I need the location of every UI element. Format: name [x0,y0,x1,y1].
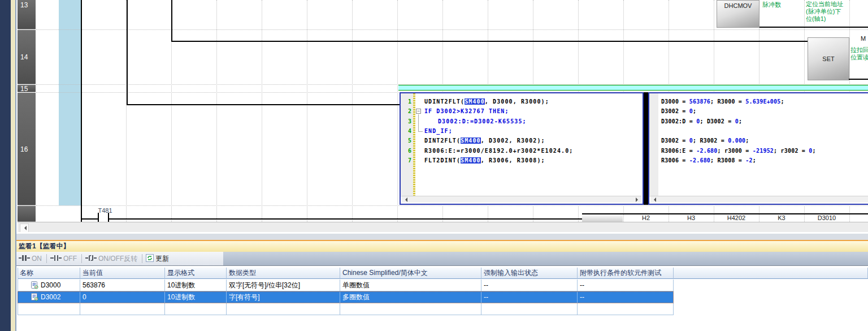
st-code-line[interactable]: FLT2DINT(SM400, R3006, R3008); [424,157,545,164]
scroll-right-icon[interactable] [636,197,640,202]
column-header-2[interactable]: 显示格式 [165,268,227,279]
st-code-segment: IF D3002>K32767 THEN; [424,108,509,114]
st-code-line[interactable]: DINT2FLT(SM400, D3002, R3002); [424,137,545,144]
cell-value[interactable]: 0 [80,291,165,303]
st-code-line[interactable]: IF D3002>K32767 THEN; [424,108,509,114]
st-code-segment: , D3002, R3002); [481,137,545,144]
monitor-device: ; [753,157,756,164]
rung-number-label: 16 [20,145,28,153]
st-result-line: D3002:D = 0; D3002 = 0; [661,118,742,124]
t481-rung-left [82,218,98,220]
cell-name[interactable]: D3000 [18,280,80,291]
grid-vline [307,0,308,222]
st-code-line[interactable]: R3006:E:=r3000/E8192.0+r3002*E1024.0; [424,148,573,154]
cell-force[interactable] [481,303,578,315]
column-header-4[interactable]: Chinese Simplified/简体中文 [340,268,481,279]
st-code-line[interactable]: UDINT2FLT(SM400, D3000, R3000); [424,98,549,105]
cell-comment[interactable]: 多圈数值 [340,291,481,303]
toolbar-button-on-off-[interactable]: ON/OFF反转 [85,254,137,264]
collapse-minus-box[interactable]: − [416,109,421,114]
st-line-number: 7 [401,157,411,164]
bottom-operand-label[interactable]: M [849,214,868,221]
st-result-line: D3000 = 563876; R3000 = 5.639E+005; [661,98,784,105]
cell-comment[interactable] [340,303,481,315]
window-left-frame [0,0,11,331]
watch-row-d3002[interactable]: D3002010进制数字[有符号]多圈数值---- [18,291,674,303]
contact-off-icon [50,255,62,263]
cell-type[interactable]: 双字[无符号]/位串[32位] [227,280,340,291]
toolbar-button-label: 更新 [155,254,169,264]
st-code-segment: , D3000, R3000); [485,98,549,105]
cell-comment[interactable]: 单圈数值 [340,280,481,291]
st-box-header-bar[interactable] [398,85,868,91]
column-header-3[interactable]: 数据类型 [227,268,340,279]
grid-hline [36,205,868,207]
t481-contact-right-leg[interactable] [108,213,109,222]
set-operand-label[interactable]: M [861,35,866,42]
dhcmov-instruction-block[interactable]: DHCMOV [717,0,760,28]
st-line-number: 5 [401,137,411,144]
toolbar-button--[interactable]: 更新 [146,254,169,264]
ladder-editor[interactable]: 13141516 DHCMOV 脉冲数 定位当前地址(脉冲单位)下位(轴1) S… [16,0,868,238]
st-code-line[interactable]: D3002:D:=D3002-K65535; [424,118,527,124]
cell-test[interactable]: -- [578,280,674,291]
rung-number-blank[interactable] [18,206,36,222]
rung-number-15[interactable]: 15 [18,85,36,92]
bottom-operand-label[interactable]: H3 [669,214,714,221]
cell-force[interactable]: -- [481,291,578,303]
rung-number-16[interactable]: 16 [18,93,36,205]
cell-format[interactable]: 10进制数 [165,291,227,303]
watch-panel-titlebar[interactable]: 监看1【监看中】 [16,241,868,252]
st-code-line[interactable]: END_IF; [424,128,453,134]
watch-row-empty[interactable] [18,303,674,315]
cell-type[interactable]: 字[有符号] [227,291,340,303]
st-code-editor[interactable]: 1234567 UDINT2FLT(SM400, D3000, R3000);I… [400,92,644,205]
bottom-operand-label[interactable]: H2 [623,214,669,221]
cell-format[interactable]: 10进制数 [165,280,227,291]
scroll-left-button[interactable] [20,223,29,233]
st-code-segment: FLT2DINT( [424,157,461,164]
monitor-device: ; r3000 = [718,148,753,154]
monitor-device: ; [739,118,742,124]
toolbar-button-on[interactable]: ON [19,255,42,263]
cell-value[interactable] [80,303,165,315]
column-header-6[interactable]: 附带执行条件的软元件测试 [578,268,674,279]
cell-format[interactable] [165,303,227,315]
bottom-operand-label[interactable]: H4202 [714,214,759,221]
monitor-device: ; D3002 = [700,118,735,124]
bottom-operand-label[interactable]: K3 [759,214,804,221]
ladder-hscrollbar[interactable] [18,222,868,232]
set-instruction-block[interactable]: SET [808,37,849,80]
st-editor-hscrollbar[interactable] [402,196,641,203]
rung-number-14[interactable]: 14 [18,30,36,84]
bottom-instruction-block[interactable] [582,214,623,222]
st-pane-splitter[interactable] [644,92,648,205]
cell-type[interactable] [227,303,340,315]
watch-row-d3000[interactable]: D300056387610进制数双字[无符号]/位串[32位]单圈数值---- [18,280,674,291]
monitor-value: 563876 [689,98,710,105]
bottom-operand-label[interactable]: D3010 [804,214,849,221]
t481-contact-left-leg[interactable] [98,213,99,222]
refresh-icon [146,254,154,264]
dhcmov-operand2-comment: 定位当前地址(脉冲单位)下位(轴1) [806,1,868,23]
branch-wire-vertical-2 [171,0,172,42]
cell-name[interactable] [18,303,80,315]
st-results-hscrollbar[interactable] [650,196,868,203]
st-code-segment: UDINT2FLT( [424,98,465,105]
results-left-margin [649,93,658,197]
cell-force[interactable]: -- [481,280,578,291]
cell-value[interactable]: 563876 [80,280,165,291]
scroll-left-icon[interactable] [403,197,407,202]
rung-number-13[interactable]: 13 [18,0,36,29]
st-monitor-results-pane[interactable]: D3000 = 563876; R3000 = 5.639E+005;D3002… [648,92,868,205]
st-result-line: D3002 = 0; R3002 = 0.000; [661,137,749,144]
column-header-0[interactable]: 名称 [18,268,80,279]
cell-name[interactable]: D3002 [18,291,80,303]
column-header-1[interactable]: 当前值 [80,268,165,279]
toolbar-button-off[interactable]: OFF [50,255,77,263]
column-header-5[interactable]: 强制输入输出状态 [481,268,578,279]
scroll-left-icon[interactable] [652,197,656,202]
cell-test[interactable] [578,303,674,315]
cell-test[interactable]: -- [578,291,674,303]
grid-vline [397,0,398,222]
